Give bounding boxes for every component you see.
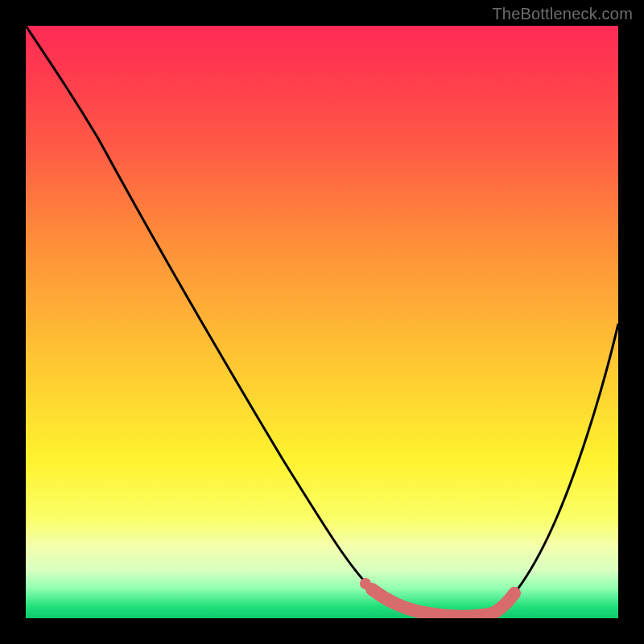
highlight-segment bbox=[372, 589, 514, 617]
plot-area bbox=[26, 26, 618, 618]
chart-frame: TheBottleneck.com bbox=[0, 0, 644, 644]
highlight-dot bbox=[360, 578, 371, 589]
watermark-text: TheBottleneck.com bbox=[492, 5, 633, 23]
curve-layer bbox=[26, 26, 618, 618]
bottleneck-curve bbox=[26, 26, 618, 617]
highlight-dot bbox=[372, 588, 383, 600]
